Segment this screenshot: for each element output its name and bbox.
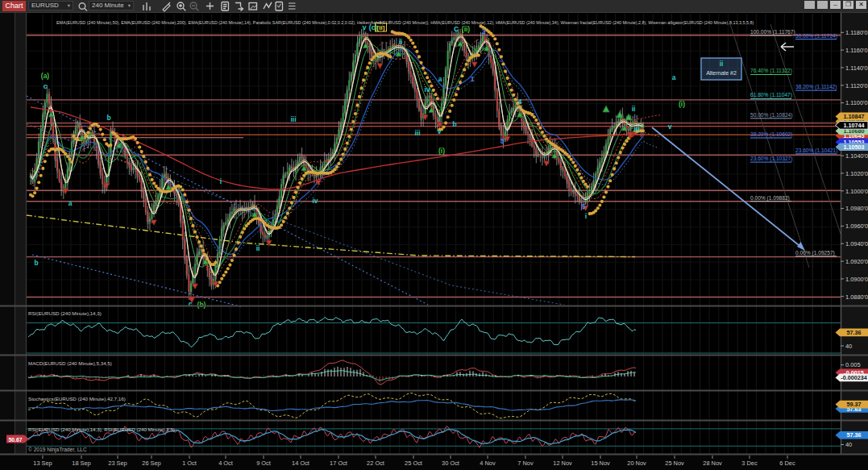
svg-text:30 Oct: 30 Oct bbox=[442, 460, 459, 467]
svg-text:Alternate #2: Alternate #2 bbox=[706, 70, 737, 76]
svg-text:c: c bbox=[44, 82, 48, 90]
svg-text:57.36: 57.36 bbox=[847, 431, 862, 439]
svg-text:14 Oct: 14 Oct bbox=[292, 460, 309, 467]
svg-text:6 Dec: 6 Dec bbox=[779, 460, 795, 467]
svg-text:50.00% (1.11724): 50.00% (1.11724) bbox=[795, 33, 837, 40]
svg-text:(i): (i) bbox=[679, 100, 685, 108]
svg-text:1.0960'0: 1.0960'0 bbox=[845, 223, 868, 230]
svg-text:iii: iii bbox=[414, 129, 420, 137]
svg-text:1.0940'0: 1.0940'0 bbox=[845, 240, 868, 247]
svg-text:1.1000'0: 1.1000'0 bbox=[845, 188, 868, 195]
svg-text:0.00% (1.09882): 0.00% (1.09882) bbox=[750, 195, 790, 202]
svg-text:1.1140'0: 1.1140'0 bbox=[845, 64, 868, 72]
svg-text:1.1100'0: 1.1100'0 bbox=[845, 99, 868, 106]
svg-text:4 Nov: 4 Nov bbox=[480, 460, 496, 467]
svg-text:13 Sep: 13 Sep bbox=[33, 460, 52, 467]
svg-text:1.1160'0: 1.1160'0 bbox=[845, 47, 868, 54]
svg-text:ii: ii bbox=[399, 38, 403, 46]
svg-text:0.005: 0.005 bbox=[845, 361, 861, 368]
svg-text:[ii]: [ii] bbox=[377, 24, 385, 31]
svg-text:25 Nov: 25 Nov bbox=[665, 460, 684, 467]
svg-text:RSI(EURUSD (240 Minute),14,3),: RSI(EURUSD (240 Minute),14,3), RSI(EURUS… bbox=[28, 426, 175, 432]
svg-text:3: 3 bbox=[500, 137, 505, 145]
svg-text:59.37: 59.37 bbox=[847, 401, 862, 408]
svg-text:1.0880'0: 1.0880'0 bbox=[845, 293, 868, 301]
svg-text:76.40% (1.11322): 76.40% (1.11322) bbox=[750, 68, 792, 74]
svg-text:40: 40 bbox=[845, 441, 852, 448]
svg-text:iii: iii bbox=[290, 115, 296, 123]
svg-text:0.00% (1.09257): 0.00% (1.09257) bbox=[795, 250, 835, 256]
svg-text:23.60% (1.10421): 23.60% (1.10421) bbox=[795, 148, 837, 154]
svg-text:1 Oct: 1 Oct bbox=[182, 460, 197, 467]
svg-text:a: a bbox=[438, 75, 442, 83]
svg-text:12 Nov: 12 Nov bbox=[553, 460, 572, 467]
svg-text:1.10503: 1.10503 bbox=[844, 143, 865, 151]
svg-text:(i): (i) bbox=[438, 147, 445, 155]
svg-text:1.0980'0: 1.0980'0 bbox=[845, 205, 868, 212]
svg-text:i: i bbox=[585, 212, 587, 220]
svg-text:MACD(EURUSD (240 Minute),5,34,: MACD(EURUSD (240 Minute),5,34,5) bbox=[28, 360, 112, 366]
svg-text:50.67: 50.67 bbox=[8, 437, 22, 443]
svg-text:(a): (a) bbox=[41, 72, 50, 80]
svg-text:1: 1 bbox=[471, 75, 475, 83]
svg-text:b: b bbox=[34, 259, 38, 267]
svg-text:(b): (b) bbox=[197, 301, 206, 309]
svg-text:v: v bbox=[438, 127, 442, 135]
svg-text:1.0900'0: 1.0900'0 bbox=[845, 276, 868, 283]
svg-text:C: C bbox=[454, 25, 459, 33]
svg-text:4 Oct: 4 Oct bbox=[218, 460, 233, 467]
svg-text:1.10847: 1.10847 bbox=[844, 113, 865, 120]
svg-text:20 Nov: 20 Nov bbox=[627, 460, 646, 467]
svg-text:(ii): (ii) bbox=[462, 25, 471, 33]
svg-text:3 Dec: 3 Dec bbox=[741, 460, 758, 467]
svg-text:26 Sep: 26 Sep bbox=[142, 460, 160, 467]
svg-text:Stochastics(EURUSD (240 Minute: Stochastics(EURUSD (240 Minute),42,7,16) bbox=[28, 396, 126, 401]
svg-text:61.80% (1.11047): 61.80% (1.11047) bbox=[750, 92, 792, 98]
svg-text:iii: iii bbox=[633, 125, 639, 133]
svg-text:57.36: 57.36 bbox=[847, 329, 862, 336]
svg-text:1.0920'0: 1.0920'0 bbox=[845, 258, 868, 265]
svg-text:18 Sep: 18 Sep bbox=[72, 460, 90, 467]
svg-text:50.00% (1.10824): 50.00% (1.10824) bbox=[750, 112, 792, 119]
svg-text:b: b bbox=[106, 114, 110, 122]
svg-text:a: a bbox=[672, 73, 676, 81]
svg-text:38.20% (1.11142): 38.20% (1.11142) bbox=[795, 84, 837, 90]
svg-text:RSI(EURUSD (240 Minute),14,3): RSI(EURUSD (240 Minute),14,3) bbox=[28, 310, 102, 316]
svg-text:iv: iv bbox=[424, 85, 430, 94]
svg-text:40: 40 bbox=[845, 343, 852, 350]
svg-text:25 Oct: 25 Oct bbox=[405, 460, 422, 467]
svg-text:4: 4 bbox=[518, 98, 522, 106]
svg-text:15 Nov: 15 Nov bbox=[591, 460, 610, 467]
svg-text:22 Oct: 22 Oct bbox=[367, 460, 384, 467]
svg-text:1.1020'0: 1.1020'0 bbox=[845, 170, 868, 177]
svg-text:1.10744: 1.10744 bbox=[844, 122, 865, 129]
svg-text:i: i bbox=[220, 177, 222, 185]
svg-text:v: v bbox=[668, 123, 672, 131]
svg-text:28 Nov: 28 Nov bbox=[703, 460, 722, 467]
svg-text:ii: ii bbox=[632, 105, 636, 113]
svg-text:a: a bbox=[69, 199, 73, 207]
svg-text:17 Oct: 17 Oct bbox=[330, 460, 347, 467]
svg-text:b: b bbox=[452, 120, 456, 128]
svg-text:-0.000234: -0.000234 bbox=[841, 374, 866, 381]
svg-text:23 Sep: 23 Sep bbox=[108, 460, 127, 467]
svg-text:23.60% (1.10327): 23.60% (1.10327) bbox=[750, 156, 792, 162]
svg-text:© 2019 NinjaTrader, LLC: © 2019 NinjaTrader, LLC bbox=[28, 447, 87, 453]
svg-text:2: 2 bbox=[482, 27, 486, 35]
svg-text:iv: iv bbox=[312, 197, 318, 205]
svg-text:5: 5 bbox=[582, 202, 586, 210]
svg-text:7 Nov: 7 Nov bbox=[517, 460, 534, 467]
svg-text:1.1040'0: 1.1040'0 bbox=[845, 152, 868, 160]
svg-text:100.00% (1.11767): 100.00% (1.11767) bbox=[750, 29, 795, 35]
svg-text:EMA(EURUSD (240 Minute),50), E: EMA(EURUSD (240 Minute),50), EMA(EURUSD … bbox=[56, 20, 754, 25]
svg-text:1.1180'0: 1.1180'0 bbox=[845, 29, 868, 36]
svg-text:ii: ii bbox=[256, 244, 260, 252]
svg-text:ii: ii bbox=[720, 60, 724, 68]
svg-text:9 Oct: 9 Oct bbox=[256, 460, 271, 467]
svg-text:38.20% (1.10602): 38.20% (1.10602) bbox=[750, 131, 792, 138]
svg-text:1.1120'0: 1.1120'0 bbox=[845, 82, 868, 89]
